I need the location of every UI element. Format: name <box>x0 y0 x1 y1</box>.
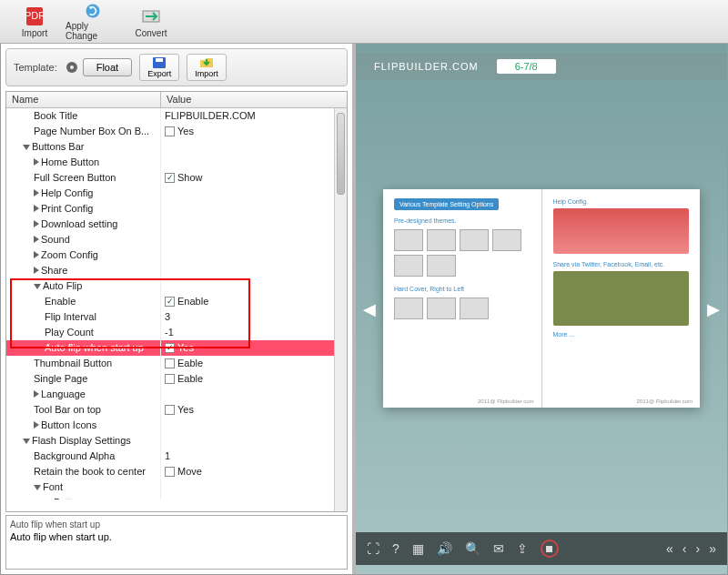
table-row[interactable]: Tool Bar on topYes <box>6 402 347 418</box>
row-value[interactable]: Eable <box>161 356 347 371</box>
checkbox[interactable]: ✓ <box>165 297 175 307</box>
scrollbar-thumb[interactable] <box>337 113 345 195</box>
share-icon[interactable]: ⇪ <box>517 541 528 556</box>
checkbox[interactable] <box>165 374 175 384</box>
row-value[interactable] <box>161 495 347 499</box>
table-row[interactable]: Enable✓Enable <box>6 294 347 309</box>
expand-icon[interactable] <box>34 205 39 212</box>
convert-button[interactable]: Convert <box>124 2 178 41</box>
first-page-icon[interactable]: « <box>666 541 673 556</box>
next-page-icon[interactable]: › <box>696 541 701 556</box>
expand-icon[interactable] <box>34 189 39 197</box>
thumbnails-icon[interactable]: ▦ <box>412 541 424 556</box>
row-value[interactable] <box>161 247 347 263</box>
table-row[interactable]: Home Button <box>6 155 347 170</box>
table-row[interactable]: Full Screen Button✓Show <box>6 170 347 186</box>
export-button[interactable]: Export <box>139 54 179 81</box>
table-row[interactable]: Flash Display Settings <box>6 433 347 449</box>
expand-icon[interactable] <box>34 236 39 243</box>
row-value[interactable] <box>161 139 347 155</box>
row-value[interactable] <box>161 479 347 495</box>
stop-autoflip-button[interactable] <box>541 540 559 558</box>
row-value[interactable]: 3 <box>161 309 347 325</box>
zoom-icon[interactable]: 🔍 <box>465 541 480 556</box>
table-row[interactable]: Thumbnail ButtonEable <box>6 356 347 371</box>
row-value[interactable] <box>161 418 347 433</box>
page-indicator[interactable]: 6-7/8 <box>497 59 556 74</box>
col-name-header[interactable]: Name <box>6 92 161 107</box>
import-template-button[interactable]: Import <box>187 54 227 81</box>
expand-icon[interactable] <box>34 158 39 166</box>
checkbox[interactable]: ✓ <box>165 173 175 183</box>
table-row[interactable]: Single PageEable <box>6 371 347 387</box>
table-row[interactable]: Sound <box>6 232 347 247</box>
prev-page-arrow[interactable]: ◀ <box>363 299 376 319</box>
expand-icon[interactable] <box>34 267 39 274</box>
table-row[interactable]: Retain the book to centerMove <box>6 464 347 479</box>
row-value[interactable] <box>161 186 347 201</box>
table-row[interactable]: Share <box>6 263 347 278</box>
table-row[interactable]: Auto Flip <box>6 278 347 294</box>
book-preview[interactable]: Various Template Setting Options Pre-des… <box>383 189 700 408</box>
table-row[interactable]: Buttons Bar <box>6 139 347 155</box>
gear-icon[interactable] <box>65 60 79 75</box>
apply-change-button[interactable]: Apply Change <box>66 2 120 41</box>
float-template-button[interactable]: Float <box>83 58 132 76</box>
table-row[interactable]: Font <box>6 479 347 495</box>
table-row[interactable]: Background Alpha1 <box>6 449 347 464</box>
table-row[interactable]: Auto flip when start up✓Yes <box>6 340 347 356</box>
email-icon[interactable]: ✉ <box>493 541 504 556</box>
checkbox[interactable] <box>165 126 175 136</box>
row-value[interactable] <box>161 387 347 402</box>
table-row[interactable]: Book TitleFLIPBUILDER.COM <box>6 108 347 124</box>
expand-icon[interactable] <box>34 421 39 429</box>
row-value[interactable]: FLIPBUILDER.COM <box>161 108 347 124</box>
table-row[interactable]: Zoom Config <box>6 247 347 263</box>
expand-icon[interactable] <box>34 220 39 227</box>
row-value[interactable]: Move <box>161 464 347 479</box>
row-value[interactable] <box>161 263 347 278</box>
prev-page-icon[interactable]: ‹ <box>682 541 687 556</box>
row-value[interactable] <box>161 433 347 449</box>
expand-icon[interactable] <box>34 284 41 289</box>
last-page-icon[interactable]: » <box>709 541 716 556</box>
import-button[interactable]: PDF Import <box>7 2 62 41</box>
row-value[interactable]: ✓Enable <box>161 294 347 309</box>
table-row[interactable]: Language <box>6 387 347 402</box>
table-row[interactable]: Download setting <box>6 217 347 232</box>
row-value[interactable]: 1 <box>161 449 347 464</box>
row-value[interactable] <box>161 217 347 232</box>
table-row[interactable]: Page Number Box On B...Yes <box>6 124 347 139</box>
row-value[interactable]: ✓Yes <box>161 340 347 356</box>
row-value[interactable] <box>161 232 347 247</box>
row-value[interactable] <box>161 278 347 294</box>
checkbox[interactable]: ✓ <box>165 343 175 353</box>
row-value[interactable]: -1 <box>161 325 347 340</box>
checkbox[interactable] <box>165 467 175 477</box>
col-value-header[interactable]: Value <box>161 92 347 107</box>
row-value[interactable]: Eable <box>161 371 347 387</box>
next-page-arrow[interactable]: ▶ <box>707 299 720 319</box>
row-value[interactable]: Yes <box>161 402 347 418</box>
row-value[interactable]: ✓Show <box>161 170 347 186</box>
expand-icon[interactable] <box>23 145 30 150</box>
fullscreen-icon[interactable]: ⛶ <box>367 541 379 556</box>
expand-icon[interactable] <box>23 439 30 444</box>
help-icon[interactable]: ? <box>392 541 399 556</box>
checkbox[interactable] <box>165 405 175 415</box>
expand-icon[interactable] <box>34 485 41 490</box>
table-row[interactable]: Print Config <box>6 201 347 217</box>
expand-icon[interactable] <box>34 251 39 258</box>
table-row[interactable]: Button Icons <box>6 418 347 433</box>
table-row[interactable]: Buttons <box>6 495 347 499</box>
table-row[interactable]: Help Config <box>6 186 347 201</box>
scrollbar[interactable] <box>334 108 347 511</box>
table-row[interactable]: Play Count-1 <box>6 325 347 340</box>
row-value[interactable]: Yes <box>161 124 347 139</box>
table-row[interactable]: Flip Interval3 <box>6 309 347 325</box>
sound-icon[interactable]: 🔊 <box>437 541 452 556</box>
expand-icon[interactable] <box>34 390 39 398</box>
row-value[interactable] <box>161 201 347 217</box>
checkbox[interactable] <box>165 358 175 368</box>
row-value[interactable] <box>161 155 347 170</box>
